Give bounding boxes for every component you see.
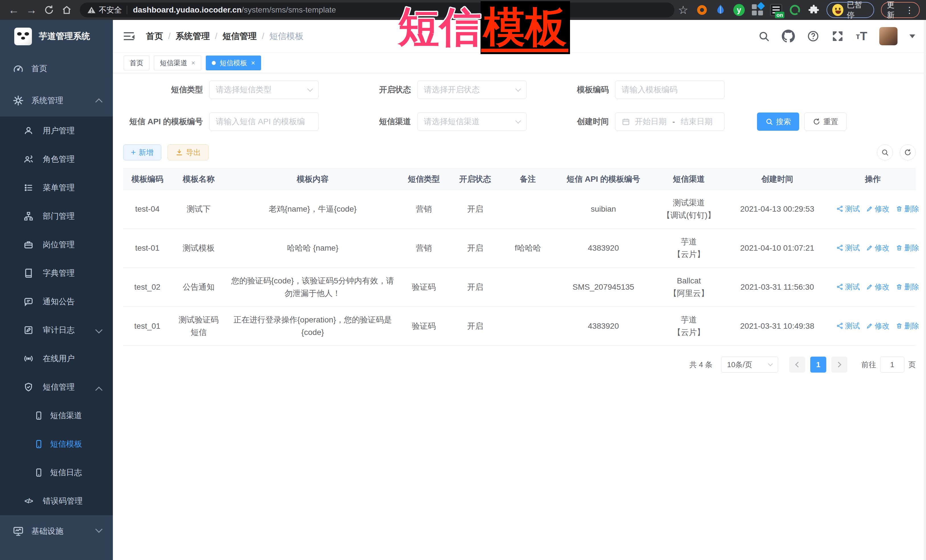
sidebar-item-notices[interactable]: 通知公告 xyxy=(0,287,113,316)
security-label[interactable]: 不安全 xyxy=(98,5,122,15)
extension-drop-icon[interactable] xyxy=(714,4,726,16)
avatar-caret-icon[interactable] xyxy=(909,35,915,41)
reset-button-label: 重置 xyxy=(823,117,838,127)
tab-label: 首页 xyxy=(130,58,143,68)
sidebar-item-sms-log[interactable]: 短信日志 xyxy=(0,458,113,487)
sidebar-item-departments[interactable]: 部门管理 xyxy=(0,202,113,231)
extension-puzzle-icon[interactable] xyxy=(808,4,820,16)
extension-magnifier-icon[interactable] xyxy=(789,4,801,16)
breadcrumb-item[interactable]: 系统管理 xyxy=(176,30,210,42)
sidebar-item-label: 角色管理 xyxy=(43,154,75,165)
edit-link[interactable]: 修改 xyxy=(866,202,890,215)
page-1-button[interactable]: 1 xyxy=(810,357,826,373)
sidebar-item-menus[interactable]: 菜单管理 xyxy=(0,174,113,202)
prev-page-button[interactable] xyxy=(789,357,805,373)
sidebar-item-infrastructure[interactable]: 基础设施 xyxy=(0,515,113,547)
search-icon[interactable] xyxy=(758,30,770,42)
sidebar-item-users[interactable]: 用户管理 xyxy=(0,116,113,145)
sms-type-select[interactable]: 请选择短信类型 xyxy=(209,81,319,99)
next-page-button[interactable] xyxy=(831,357,847,373)
github-icon[interactable] xyxy=(782,30,795,43)
test-link[interactable]: 测试 xyxy=(837,320,860,332)
profile-paused-pill[interactable]: 已暂停 xyxy=(826,2,875,18)
phone-icon xyxy=(33,439,44,448)
test-link[interactable]: 测试 xyxy=(837,281,860,293)
cell-api-id: 4383920 xyxy=(554,229,653,268)
close-icon[interactable]: × xyxy=(251,59,255,67)
page-size-select[interactable]: 10条/页 xyxy=(721,357,778,373)
address-bar[interactable]: 不安全 dashboard.yudao.iocoder.cn/system/sm… xyxy=(80,3,674,17)
sidebar-item-audit-log[interactable]: 审计日志 xyxy=(0,316,113,344)
book-icon xyxy=(23,268,34,278)
goto-page-input[interactable] xyxy=(880,357,904,373)
sidebar-item-error-codes[interactable]: </> 错误码管理 xyxy=(0,487,113,515)
sidebar-item-sms[interactable]: 短信管理 xyxy=(0,373,113,402)
sidebar-item-label: 短信管理 xyxy=(43,382,75,392)
extension-y-icon[interactable]: y xyxy=(733,4,745,16)
tab-sms-channel[interactable]: 短信渠道 × xyxy=(154,56,201,70)
delete-link[interactable]: 删除 xyxy=(896,202,919,215)
sms-channel-select[interactable]: 请选择短信渠道 xyxy=(417,113,527,131)
reset-button[interactable]: 重置 xyxy=(804,113,846,131)
extension-tabs-on-icon[interactable]: on xyxy=(770,4,782,16)
forward-icon[interactable]: → xyxy=(24,2,39,18)
delete-link[interactable]: 删除 xyxy=(896,242,919,254)
extension-orange-icon[interactable] xyxy=(696,4,708,16)
app-logo[interactable]: 芋道管理系统 xyxy=(0,20,113,53)
sidebar-item-roles[interactable]: 角色管理 xyxy=(0,145,113,174)
add-button[interactable]: + 新增 xyxy=(123,145,161,160)
refresh-table-button[interactable] xyxy=(900,145,916,160)
export-button[interactable]: 导出 xyxy=(168,145,209,160)
select-placeholder: 请选择短信类型 xyxy=(216,84,272,95)
extension-grid-icon[interactable] xyxy=(752,4,764,16)
test-link[interactable]: 测试 xyxy=(837,202,860,215)
back-icon[interactable]: ← xyxy=(6,2,21,18)
update-button[interactable]: 更新 ⋮ xyxy=(881,2,920,18)
reload-icon[interactable] xyxy=(42,2,56,18)
search-button-label: 搜索 xyxy=(776,117,791,127)
breadcrumb-item[interactable]: 首页 xyxy=(146,30,163,42)
tab-home[interactable]: 首页 xyxy=(124,56,149,70)
edit-link[interactable]: 修改 xyxy=(866,281,890,293)
edit-link[interactable]: 修改 xyxy=(866,242,890,254)
sidebar-item-online-users[interactable]: 在线用户 xyxy=(0,344,113,373)
url-text[interactable]: dashboard.yudao.iocoder.cn/system/sms/sm… xyxy=(133,5,336,15)
font-size-icon[interactable]: тT xyxy=(856,29,867,43)
fullscreen-icon[interactable] xyxy=(831,30,844,42)
date-range-picker[interactable]: 开始日期 - 结束日期 xyxy=(615,113,725,131)
close-icon[interactable]: × xyxy=(191,59,195,67)
chevron-down-icon xyxy=(307,86,313,92)
test-link[interactable]: 测试 xyxy=(837,242,860,254)
delete-link[interactable]: 删除 xyxy=(896,320,919,332)
broadcast-icon xyxy=(23,354,34,364)
sidebar-item-posts[interactable]: 岗位管理 xyxy=(0,231,113,259)
tab-sms-template[interactable]: 短信模板 × xyxy=(206,56,261,70)
start-date-placeholder: 开始日期 xyxy=(635,116,667,127)
browser-menu-icon[interactable]: ⋮ xyxy=(905,5,914,15)
sidebar-item-dictionary[interactable]: 字典管理 xyxy=(0,259,113,287)
sidebar-item-home[interactable]: 首页 xyxy=(0,53,113,85)
breadcrumb-item[interactable]: 短信管理 xyxy=(222,30,257,42)
sidebar-item-system[interactable]: 系统管理 xyxy=(0,85,113,116)
api-template-id-input[interactable] xyxy=(216,117,312,126)
cell-type: 营销 xyxy=(399,229,448,268)
phone-icon xyxy=(33,468,44,477)
delete-link[interactable]: 删除 xyxy=(896,281,919,293)
scrollbar[interactable] xyxy=(924,20,926,560)
search-button[interactable]: 搜索 xyxy=(757,113,799,131)
pagination: 共 4 条 10条/页 1 前往 页 xyxy=(123,357,916,373)
template-code-input[interactable] xyxy=(622,85,718,94)
sidebar-item-sms-template[interactable]: 短信模板 xyxy=(0,430,113,458)
toggle-search-button[interactable] xyxy=(877,145,893,160)
user-avatar[interactable] xyxy=(879,27,897,45)
bookmark-star-icon[interactable]: ☆ xyxy=(677,4,689,16)
collapse-menu-icon[interactable] xyxy=(124,32,134,40)
edit-link[interactable]: 修改 xyxy=(866,320,890,332)
sidebar-item-sms-channel[interactable]: 短信渠道 xyxy=(0,402,113,430)
select-placeholder: 请选择开启状态 xyxy=(424,84,480,95)
help-icon[interactable] xyxy=(807,30,819,42)
chevron-up-icon xyxy=(95,386,102,394)
download-icon xyxy=(175,148,183,156)
status-select[interactable]: 请选择开启状态 xyxy=(417,81,527,99)
home-icon[interactable] xyxy=(59,2,74,18)
